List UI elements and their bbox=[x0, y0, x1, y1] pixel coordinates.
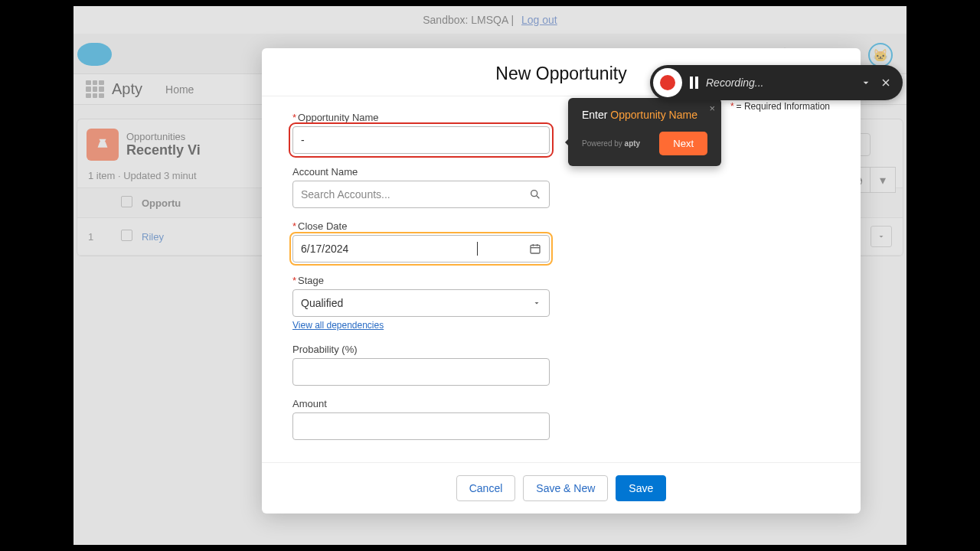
new-opportunity-modal: New Opportunity ◉ = Required Information… bbox=[262, 48, 861, 514]
pause-button[interactable] bbox=[690, 77, 698, 89]
probability-label: Probability (%) bbox=[292, 344, 550, 355]
tooltip-highlight: Opportunity Name bbox=[610, 109, 697, 121]
recording-bar: Recording... bbox=[650, 65, 903, 100]
view-dependencies-link[interactable]: View all dependencies bbox=[292, 320, 384, 331]
svg-point-0 bbox=[531, 191, 537, 197]
account-name-label: Account Name bbox=[292, 166, 550, 178]
cancel-button[interactable]: Cancel bbox=[456, 475, 516, 501]
svg-rect-2 bbox=[531, 245, 540, 253]
guidance-tooltip: × Enter Opportunity Name Powered by apty… bbox=[568, 98, 721, 166]
tooltip-powered-by: Powered by apty bbox=[582, 139, 640, 148]
stage-select[interactable]: Qualified bbox=[292, 289, 550, 317]
dropdown-icon bbox=[532, 298, 541, 308]
tooltip-close-icon[interactable]: × bbox=[709, 103, 715, 114]
save-button[interactable]: Save bbox=[616, 475, 666, 501]
record-button[interactable] bbox=[653, 68, 682, 97]
close-date-input[interactable]: 6/17/2024 bbox=[292, 235, 550, 262]
account-name-input[interactable]: Search Accounts... bbox=[292, 181, 550, 208]
opportunity-name-input[interactable]: - bbox=[292, 126, 550, 154]
save-and-new-button[interactable]: Save & New bbox=[523, 475, 608, 501]
modal-footer: Cancel Save & New Save bbox=[262, 462, 861, 514]
close-date-label: *Close Date bbox=[292, 220, 550, 232]
close-icon[interactable] bbox=[880, 77, 892, 89]
recording-status: Recording... bbox=[706, 77, 852, 89]
svg-line-1 bbox=[537, 196, 539, 198]
record-icon bbox=[660, 75, 675, 90]
calendar-icon[interactable] bbox=[529, 243, 541, 255]
text-cursor bbox=[477, 242, 478, 256]
search-icon[interactable] bbox=[529, 188, 541, 201]
required-info-label: = Required Information bbox=[730, 101, 830, 112]
stage-label: *Stage bbox=[292, 275, 550, 286]
chevron-down-icon[interactable] bbox=[860, 77, 872, 89]
probability-input[interactable] bbox=[292, 358, 550, 386]
opportunity-name-label: *Opportunity Name bbox=[292, 112, 550, 123]
amount-label: Amount bbox=[292, 398, 550, 409]
tooltip-text: Enter bbox=[582, 109, 610, 121]
tooltip-next-button[interactable]: Next bbox=[659, 132, 707, 155]
amount-input[interactable] bbox=[292, 412, 550, 440]
